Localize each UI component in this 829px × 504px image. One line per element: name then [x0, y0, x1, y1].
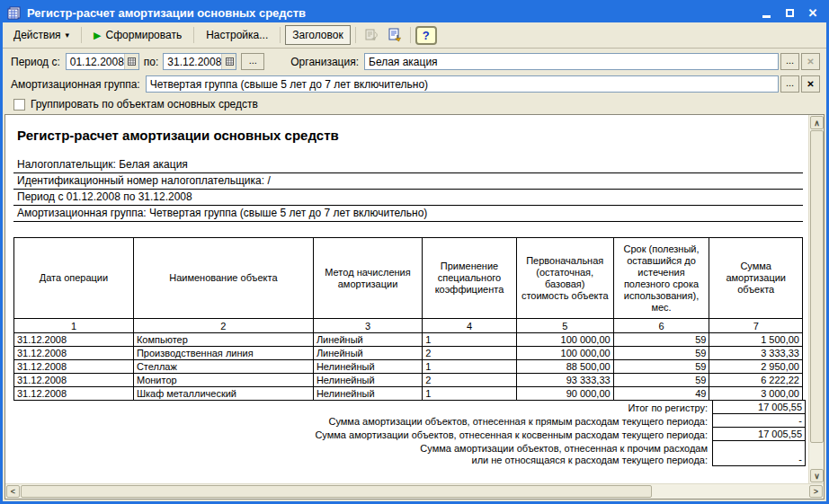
table-cell: 2 950,00 [709, 360, 803, 374]
column-number: 7 [709, 319, 803, 333]
actions-menu-label: Действия [13, 29, 61, 41]
total-row: Итог по регистру:17 005,55 [13, 401, 806, 414]
settings-label: Настройка... [206, 29, 268, 41]
report-title: Регистр-расчет амортизации основных сред… [17, 128, 803, 143]
horizontal-scrollbar[interactable]: < > [5, 483, 824, 499]
total-label: Сумма амортизации объектов, отнесенная к… [13, 441, 712, 466]
scroll-up-icon[interactable]: ∧ [810, 116, 824, 129]
close-button[interactable]: ✕ [804, 4, 822, 21]
table-cell: 1 500,00 [709, 333, 803, 347]
group-select-button[interactable]: ... [780, 75, 799, 93]
save-values-icon[interactable] [384, 25, 406, 45]
period-picker-button[interactable]: ... [241, 53, 264, 70]
report-content: Регистр-расчет амортизации основных сред… [5, 115, 808, 483]
toolbar-separator [355, 27, 356, 43]
table-cell: 59 [613, 374, 709, 387]
column-number: 5 [516, 319, 613, 333]
total-value: - [712, 413, 806, 428]
vertical-scroll-track[interactable] [810, 129, 823, 469]
total-value: - [712, 440, 806, 466]
col-header-amount: Сумма амортизации объекта [709, 238, 803, 319]
taxpayer-id-line: Идентификационный номер налогоплательщик… [13, 173, 803, 190]
col-header-method: Метод начисления амортизации [313, 238, 422, 319]
group-clear-button[interactable]: ✕ [801, 75, 820, 93]
toolbar-separator [410, 27, 411, 43]
period-row: Период с: 01.12.2008 по: 31.12.2008 ... … [11, 53, 820, 70]
period-to-field[interactable]: 31.12.2008 [163, 53, 236, 70]
filter-panel: Период с: 01.12.2008 по: 31.12.2008 ... … [3, 49, 826, 113]
horizontal-scroll-track[interactable] [20, 485, 809, 498]
table-cell: 90 000,00 [516, 387, 613, 401]
calendar-icon[interactable] [124, 54, 139, 69]
total-value: 17 005,55 [712, 400, 806, 414]
group-value: Четвертая группа (свыше 5 лет до 7 лет в… [150, 78, 778, 91]
table-cell: Линейный [313, 333, 422, 347]
col-header-coefficient: Применение специального коэффициента [423, 238, 517, 319]
table-cell: Нелинейный [313, 360, 422, 374]
group-by-checkbox-label: Группировать по объектам основных средст… [31, 98, 258, 111]
depreciation-group-row: Амортизационная группа: Четвертая группа… [11, 75, 820, 93]
calendar-icon[interactable] [221, 54, 236, 69]
table-cell: 1 [423, 387, 517, 401]
organization-clear-button[interactable]: ✕ [801, 53, 820, 70]
table-cell: 31.12.2008 [14, 387, 134, 401]
column-number: 1 [14, 319, 134, 333]
table-cell: 2 [423, 347, 517, 360]
total-row: Сумма амортизации объектов, отнесенная к… [13, 441, 806, 466]
taxpayer-line: Налогоплательщик: Белая акация [13, 157, 803, 173]
period-from-value: 01.12.2008 [70, 56, 124, 68]
col-header-object-name: Наименование объекта [133, 238, 313, 319]
group-by-row: Группировать по объектам основных средст… [11, 98, 820, 111]
maximize-button[interactable] [780, 4, 798, 21]
app-window: Регистр-расчет амортизации основных сред… [0, 0, 829, 504]
table-cell: 3 333,33 [709, 347, 803, 360]
vertical-scroll-thumb[interactable] [810, 130, 824, 443]
col-header-term: Срок (полезный, оставшийся до истечения … [613, 238, 709, 319]
organization-select-button[interactable]: ... [780, 53, 799, 70]
table-cell: 100 000,00 [516, 333, 613, 347]
titlebar: Регистр-расчет амортизации основных сред… [3, 3, 826, 22]
table-body: 31.12.2008КомпьютерЛинейный1100 000,0059… [14, 333, 803, 401]
table-cell: 88 500,00 [516, 360, 613, 374]
group-field[interactable]: Четвертая группа (свыше 5 лет до 7 лет в… [146, 75, 779, 93]
table-cell: 31.12.2008 [14, 347, 134, 360]
table-cell: 6 222,22 [709, 374, 803, 387]
header-toggle-button[interactable]: Заголовок [285, 25, 350, 45]
table-cell: 59 [613, 333, 709, 347]
period-from-label: Период с: [11, 56, 60, 68]
period-from-field[interactable]: 01.12.2008 [66, 53, 139, 70]
depreciation-group-line: Амортизационная группа: Четвертая группа… [13, 206, 803, 222]
total-row: Сумма амортизации объектов, отнесенная к… [13, 428, 806, 441]
scroll-right-icon[interactable]: > [809, 485, 823, 498]
vertical-scrollbar[interactable]: ∧ ∨ [808, 115, 824, 483]
toolbar-separator [193, 27, 194, 43]
column-number: 2 [133, 319, 313, 333]
generate-label: Сформировать [106, 29, 183, 41]
total-label: Сумма амортизации объектов, отнесенная к… [13, 414, 712, 428]
restore-values-icon[interactable] [361, 25, 382, 45]
generate-button[interactable]: ▶ Сформировать [86, 25, 189, 45]
horizontal-scroll-thumb[interactable] [21, 485, 652, 498]
table-cell: 59 [613, 347, 709, 360]
scroll-left-icon[interactable]: < [6, 485, 20, 498]
toolbar-separator [81, 27, 82, 43]
group-by-checkbox[interactable] [13, 99, 25, 111]
scroll-down-icon[interactable]: ∨ [810, 469, 824, 482]
table-cell: 31.12.2008 [14, 360, 134, 374]
period-to-label: по: [144, 56, 159, 68]
actions-menu-button[interactable]: Действия ▾ [6, 25, 76, 45]
table-row: 31.12.2008Производственная линияЛинейный… [14, 347, 803, 360]
help-button[interactable]: ? [415, 26, 437, 45]
total-value: 17 005,55 [712, 427, 806, 441]
col-header-cost: Первоначальная (остаточная, базовая) сто… [516, 238, 613, 319]
minimize-button[interactable] [757, 4, 775, 21]
column-number-row: 1 2 3 4 5 6 7 [14, 319, 803, 333]
table-cell: 1 [423, 360, 517, 374]
column-number: 3 [313, 319, 422, 333]
play-icon: ▶ [94, 30, 101, 41]
table-cell: Монитор [133, 374, 313, 387]
settings-button[interactable]: Настройка... [199, 25, 275, 45]
table-cell: Линейный [313, 347, 422, 360]
organization-field[interactable]: Белая акация [364, 53, 779, 70]
table-cell: 93 333,33 [516, 374, 613, 387]
